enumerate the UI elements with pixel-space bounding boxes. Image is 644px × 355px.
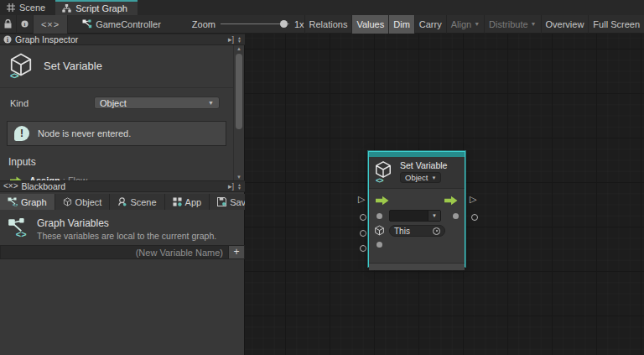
full-screen-button[interactable]: Full Screen [588,15,644,34]
warning-text: Node is never entered. [38,128,131,138]
set-variable-icon: <> [374,160,394,184]
tab-scene-label: Scene [130,197,156,207]
tab-scene[interactable]: Scene [110,194,164,210]
scene-icon [117,197,127,206]
carry-label: Carry [419,19,442,29]
chevron-down-icon: ▼ [208,100,214,106]
svg-text:i: i [7,37,8,44]
node-flow-row [369,193,465,208]
node-header[interactable]: <> Set Variable Object ▼ [369,157,465,189]
maximize-panel-icon[interactable]: ▸] [228,35,234,44]
maximize-panel-icon[interactable]: ▸] [228,182,234,191]
warning-glyph: ! [20,128,23,139]
node-header-text: Set Variable Object ▼ [400,160,447,183]
graph-variables-block: <> Graph Variables These variables are l… [0,211,245,241]
graph-toolbar: i <×> GameController Zoom 1x Relations V… [0,15,644,34]
value-input-port[interactable] [360,245,366,252]
info-icon: i [21,19,29,29]
save-disk-icon [217,197,226,206]
inspected-node-title-block: <> Set Variable [0,45,233,88]
grid-icon [7,3,15,12]
graph-asset-button[interactable]: <×> [34,15,68,34]
blackboard-title: Blackboard [22,181,66,191]
scrollbar-thumb[interactable] [236,54,242,129]
script-graph-icon [82,19,92,29]
align-button[interactable]: Align▼ [446,15,484,34]
tab-app-label: App [185,197,202,207]
node-target-row: This [369,223,465,238]
zoom-control: Zoom 1x [192,19,304,29]
value-port-icon[interactable] [453,213,459,219]
values-label: Values [356,19,384,29]
inspector-scrollbar[interactable]: ▲ ▼ [233,45,243,180]
flow-output-port[interactable]: ▷ [470,195,476,204]
kind-label: Kind [10,98,94,108]
panel-scroll-arrows[interactable]: ▲▼ [237,36,242,43]
flow-out-icon[interactable] [444,196,458,206]
tab-app[interactable]: App [165,194,210,210]
zoom-slider[interactable] [221,20,289,29]
graph-canvas[interactable]: ▷ ▷ <> Set Variable Object ▼ [245,34,644,355]
chevron-down-icon: ▼ [531,21,537,27]
set-variable-node[interactable]: <> Set Variable Object ▼ [368,151,465,267]
panel-scroll-arrows[interactable]: ▲▼ [237,183,242,190]
chevron-down-icon: ▼ [431,175,436,180]
value-port-icon[interactable] [377,213,382,219]
node-kind-dropdown[interactable]: Object ▼ [400,172,441,183]
flow-in-icon[interactable] [376,196,389,206]
zoom-value: 1x [294,19,304,29]
value-input-port[interactable] [360,214,366,221]
tab-scene[interactable]: Scene [0,0,55,15]
unity-script-graph-window: Scene Script Graph i <×> GameController … [0,0,644,355]
tab-object[interactable]: Object [55,194,111,210]
chevron-down-icon: ▼ [474,21,480,27]
tab-object-label: Object [75,197,102,207]
chevron-down-icon: ▼ [428,211,440,221]
value-input-port[interactable] [360,230,366,237]
toolbar-right-group: Relations Values Dim Carry Align▼ Distri… [304,15,644,34]
cube-icon [63,197,72,206]
graph-asset-icon: <×> [41,19,60,29]
graph-variables-text: Graph Variables These variables are loca… [37,217,216,241]
dim-button[interactable]: Dim [388,15,414,34]
target-object-value: This [394,227,410,236]
target-object-field[interactable]: This [389,225,445,237]
variable-name-dropdown[interactable]: ▼ [389,210,441,222]
tab-script-graph[interactable]: Script Graph [55,0,138,15]
graph-target-button[interactable]: GameController [78,15,165,34]
zoom-slider-track [221,23,289,24]
kind-dropdown[interactable]: Object ▼ [94,97,220,109]
value-port-icon[interactable] [377,242,382,248]
new-variable-input[interactable] [0,245,228,259]
tab-scene-label: Scene [19,3,45,13]
svg-text:i: i [24,21,26,27]
relations-button[interactable]: Relations [304,15,352,34]
scroll-up-icon[interactable]: ▲ [234,45,244,52]
app-grid-icon [173,197,182,206]
graph-variables-icon: <> [7,217,29,239]
overview-button[interactable]: Overview [541,15,589,34]
tab-graph[interactable]: <> Graph [0,194,55,210]
zoom-slider-handle[interactable] [280,20,288,28]
node-footer [369,263,465,270]
graph-variables-icon: <> [8,197,18,206]
new-variable-row: + [0,245,245,259]
lock-button[interactable] [0,15,17,34]
full-screen-label: Full Screen [593,19,640,29]
overview-label: Overview [546,19,584,29]
carry-button[interactable]: Carry [414,15,446,34]
graph-target-label: GameController [96,19,161,29]
zoom-label: Zoom [192,19,216,29]
info-button[interactable]: i [17,15,34,34]
distribute-button[interactable]: Distribute▼ [484,15,540,34]
node-name-row [369,238,465,252]
scroll-down-icon[interactable]: ▼ [234,174,244,180]
values-button[interactable]: Values [351,15,388,34]
set-variable-icon: <> [8,52,34,79]
value-output-port[interactable] [471,214,478,221]
add-variable-button[interactable]: + [228,245,245,259]
blackboard-icon: <×> [3,182,18,191]
object-picker-icon[interactable] [433,227,440,235]
flow-input-port[interactable]: ▷ [358,195,365,204]
warning-icon: ! [14,126,29,141]
